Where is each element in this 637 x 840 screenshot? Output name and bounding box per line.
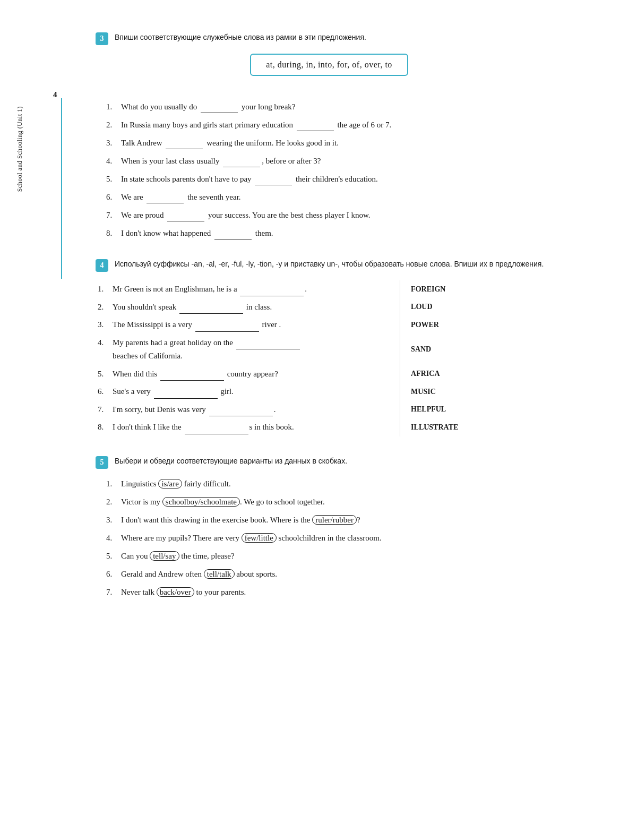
blank[interactable] <box>195 331 259 332</box>
section-4-table: 1. Mr Green is not an Englishman, he is … <box>96 280 563 436</box>
item-text: You shouldn't speak in class. <box>110 298 400 316</box>
blank[interactable] <box>297 131 334 131</box>
word-box-wrapper: at, during, in, into, for, of, over, to <box>96 54 563 89</box>
choice-option[interactable]: back/over <box>157 587 194 597</box>
item-text: I don't think I like the s in this book. <box>110 418 400 436</box>
blank[interactable] <box>223 167 260 167</box>
table-row: 7. I'm sorry, but Denis was very . HELPF… <box>96 401 563 419</box>
word-hint: LOUD <box>400 298 563 316</box>
item-text: What do you usually do your long break? <box>121 100 563 113</box>
section-5-badge: 5 <box>96 456 108 469</box>
item-num: 2. <box>96 298 110 316</box>
list-item: 3. I don't want this drawing in the exer… <box>106 513 563 526</box>
blank[interactable] <box>166 149 203 149</box>
table-row: 1. Mr Green is not an Englishman, he is … <box>96 280 563 298</box>
section-3-instruction: Впиши соответствующие служебные слова из… <box>115 32 366 43</box>
item-num: 8. <box>96 418 110 436</box>
item-text: Sue's a very girl. <box>110 383 400 401</box>
sidebar <box>0 0 48 840</box>
blank[interactable] <box>214 239 252 239</box>
blank[interactable] <box>201 113 238 113</box>
item-num: 6. <box>106 568 121 580</box>
blank[interactable] <box>179 313 243 314</box>
list-item: 1. What do you usually do your long brea… <box>106 100 563 113</box>
word-hint: MUSIC <box>400 383 563 401</box>
list-item: 6. We are the seventh year. <box>106 191 563 203</box>
section-3: 3 Впиши соответствующие служебные слова … <box>96 32 563 239</box>
list-item: 1. Linguistics is/are fairly difficult. <box>106 477 563 490</box>
item-text: In Russia many boys and girls start prim… <box>121 118 563 131</box>
item-num: 5. <box>106 173 121 185</box>
item-num: 4. <box>96 334 110 365</box>
item-text: Can you tell/say the time, please? <box>121 550 563 562</box>
item-num: 2. <box>106 495 121 508</box>
item-text: Linguistics is/are fairly difficult. <box>121 477 563 490</box>
section-3-badge: 3 <box>96 32 108 45</box>
table-row: 6. Sue's a very girl. MUSIC <box>96 383 563 401</box>
item-text: We are the seventh year. <box>121 191 563 203</box>
item-num: 6. <box>106 191 121 203</box>
choice-option[interactable]: is/are <box>158 479 182 488</box>
sidebar-line <box>61 98 62 279</box>
choice-option[interactable]: schoolboy/schoolmate <box>162 497 240 507</box>
section-5: 5 Выбери и обведи соответствующие вариан… <box>96 456 563 598</box>
item-num: 5. <box>96 365 110 383</box>
item-text: When is your last class usually , before… <box>121 155 563 167</box>
section-5-instruction: Выбери и обведи соответствующие варианты… <box>115 456 347 467</box>
item-num: 1. <box>106 100 121 113</box>
table-row: 3. The Mississippi is a very river . POW… <box>96 316 563 334</box>
item-num: 1. <box>106 477 121 490</box>
section-5-list: 1. Linguistics is/are fairly difficult. … <box>96 477 563 598</box>
blank[interactable] <box>147 203 184 203</box>
list-item: 7. Never talk back/over to your parents. <box>106 586 563 598</box>
list-item: 5. Can you tell/say the time, please? <box>106 550 563 562</box>
item-num: 2. <box>106 118 121 131</box>
item-text: Never talk back/over to your parents. <box>121 586 563 598</box>
item-text: My parents had a great holiday on the be… <box>110 334 400 365</box>
list-item: 7. We are proud your success. You are th… <box>106 209 563 221</box>
choice-option[interactable]: few/little <box>242 533 277 543</box>
choice-option[interactable]: tell/talk <box>204 569 235 579</box>
word-hint: SAND <box>400 334 563 365</box>
item-num: 4. <box>106 155 121 167</box>
item-num: 7. <box>106 586 121 598</box>
page-number: 4 <box>53 90 57 99</box>
section-4-badge: 4 <box>96 259 108 272</box>
blank[interactable] <box>167 221 204 221</box>
blank[interactable] <box>255 185 292 185</box>
list-item: 4. Where are my pupils? There are very f… <box>106 532 563 544</box>
item-text: Where are my pupils? There are very few/… <box>121 532 563 544</box>
item-num: 7. <box>106 209 121 221</box>
table-row: 4. My parents had a great holiday on the… <box>96 334 563 365</box>
item-text: I'm sorry, but Denis was very . <box>110 401 400 419</box>
blank[interactable] <box>240 296 304 296</box>
list-item: 3. Talk Andrew wearing the uniform. He l… <box>106 136 563 149</box>
table-row: 8. I don't think I like the s in this bo… <box>96 418 563 436</box>
item-text: Mr Green is not an Englishman, he is a . <box>110 280 400 298</box>
blank[interactable] <box>160 380 224 381</box>
section-4-header: 4 Используй суффиксы -an, -al, -er, -ful… <box>96 259 563 272</box>
item-text: In state schools parents don't have to p… <box>121 173 563 185</box>
word-hint: HELPFUL <box>400 401 563 419</box>
page: 4 School and Schooling (Unit 1) 3 Впиши … <box>0 0 637 840</box>
item-num: 8. <box>106 227 121 239</box>
item-num: 5. <box>106 550 121 562</box>
word-hint: POWER <box>400 316 563 334</box>
list-item: 8. I don't know what happened them. <box>106 227 563 239</box>
item-text: Victor is my schoolboy/schoolmate. We go… <box>121 495 563 508</box>
word-hint: AFRICA <box>400 365 563 383</box>
blank[interactable] <box>185 434 248 434</box>
section-3-list: 1. What do you usually do your long brea… <box>96 100 563 239</box>
choice-option[interactable]: ruler/rubber <box>312 515 357 525</box>
item-text: When did this country appear? <box>110 365 400 383</box>
list-item: 4. When is your last class usually , bef… <box>106 155 563 167</box>
blank[interactable] <box>236 349 300 349</box>
table-row: 5. When did this country appear? AFRICA <box>96 365 563 383</box>
blank[interactable] <box>209 416 273 416</box>
sidebar-text: School and Schooling (Unit 1) <box>16 106 24 192</box>
blank[interactable] <box>154 398 218 399</box>
item-num: 3. <box>96 316 110 334</box>
choice-option[interactable]: tell/say <box>150 551 179 561</box>
list-item: 2. Victor is my schoolboy/schoolmate. We… <box>106 495 563 508</box>
item-num: 7. <box>96 401 110 419</box>
